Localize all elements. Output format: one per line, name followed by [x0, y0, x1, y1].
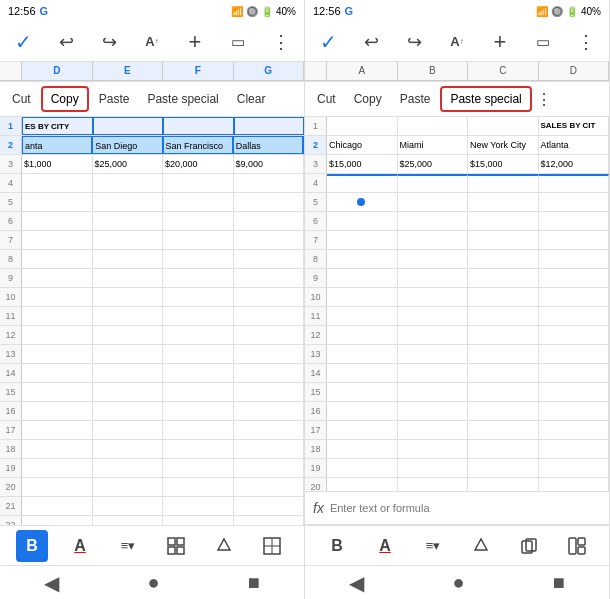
table-row: 12: [0, 326, 304, 345]
align-button-right[interactable]: ≡▾: [417, 530, 449, 562]
cell-D2-right[interactable]: Atlanta: [539, 136, 610, 154]
cell-B3-right[interactable]: $25,000: [398, 155, 469, 173]
paste-button-left[interactable]: Paste: [91, 88, 138, 110]
cell-E1[interactable]: [93, 117, 164, 135]
cell-D2[interactable]: anta: [22, 136, 92, 154]
bold-button-left[interactable]: B: [16, 530, 48, 562]
table-row: 19: [0, 459, 304, 478]
cut-button-right[interactable]: Cut: [309, 88, 344, 110]
copy-format-button-right[interactable]: [513, 530, 545, 562]
cell-A1-right[interactable]: [327, 117, 398, 135]
status-left-right: 12:56 G: [313, 5, 353, 17]
signal-icon-right: 📶: [536, 6, 548, 17]
table-row: 17: [0, 421, 304, 440]
bold-button-right[interactable]: B: [321, 530, 353, 562]
more-format-button-right[interactable]: [561, 530, 593, 562]
undo-button-left[interactable]: ↩: [51, 27, 81, 57]
svg-rect-3: [177, 547, 184, 554]
right-screen: 12:56 G 📶 🔘 🔋 40% ✓ ↩ ↪ A↑ + ▭ ⋮ A B C D: [305, 0, 610, 599]
fill-button-right[interactable]: [465, 530, 497, 562]
check-button-right[interactable]: ✓: [313, 27, 343, 57]
paste-special-button-right[interactable]: Paste special: [440, 86, 531, 112]
recent-button-right[interactable]: ■: [553, 571, 565, 594]
cell-B1-right[interactable]: [398, 117, 469, 135]
bottom-toolbar-left: B A ≡▾: [0, 525, 304, 565]
wifi-icon-left: 🔘: [246, 6, 258, 17]
cell-G1[interactable]: [234, 117, 305, 135]
col-header-B[interactable]: B: [398, 62, 469, 80]
cell-D1[interactable]: ES BY CITY: [22, 117, 93, 135]
cell-D1-right[interactable]: SALES BY CIT: [539, 117, 610, 135]
add-button-left[interactable]: +: [180, 27, 210, 57]
col-header-F[interactable]: F: [163, 62, 234, 80]
col-header-E[interactable]: E: [93, 62, 164, 80]
row-num-3-right: 3: [305, 155, 327, 173]
font-color-button-left[interactable]: A: [64, 530, 96, 562]
recent-button-left[interactable]: ■: [248, 571, 260, 594]
cell-C1-right[interactable]: [468, 117, 539, 135]
merge-button-left[interactable]: [160, 530, 192, 562]
cell-E3[interactable]: $25,000: [93, 155, 164, 173]
table-row: 11: [305, 307, 609, 326]
table-row: 13: [305, 345, 609, 364]
col-header-A[interactable]: A: [327, 62, 398, 80]
cell-C2-right[interactable]: New York City: [468, 136, 539, 154]
col-header-D[interactable]: D: [22, 62, 93, 80]
cell-D3[interactable]: $1,000: [22, 155, 93, 173]
formula-input[interactable]: [330, 502, 601, 514]
cell-G3[interactable]: $9,000: [234, 155, 305, 173]
cell-A3-right[interactable]: $15,000: [327, 155, 398, 173]
font-color-button-right[interactable]: A: [369, 530, 401, 562]
back-button-left[interactable]: ◀: [44, 571, 59, 595]
cell-B2-right[interactable]: Miami: [398, 136, 469, 154]
cell-D3-right[interactable]: $12,000: [539, 155, 610, 173]
battery-pct-left: 40%: [276, 6, 296, 17]
cell-F3[interactable]: $20,000: [163, 155, 234, 173]
copy-button-left[interactable]: Copy: [41, 86, 89, 112]
cell-F1[interactable]: [163, 117, 234, 135]
svg-marker-8: [475, 539, 487, 550]
col-header-G[interactable]: G: [234, 62, 305, 80]
table-row: 18: [305, 440, 609, 459]
check-button-left[interactable]: ✓: [8, 27, 38, 57]
add-button-right[interactable]: +: [485, 27, 515, 57]
nav-bar-left: ◀ ● ■: [0, 565, 304, 599]
back-button-right[interactable]: ◀: [349, 571, 364, 595]
cut-button-left[interactable]: Cut: [4, 88, 39, 110]
cell-F2[interactable]: San Francisco: [163, 136, 233, 154]
table-row: 20: [0, 478, 304, 497]
table-row: 4: [0, 174, 304, 193]
table-row: 20: [305, 478, 609, 491]
more-button-left[interactable]: ⋮: [266, 27, 296, 57]
paste-special-button-left[interactable]: Paste special: [139, 88, 226, 110]
svg-rect-0: [168, 538, 175, 545]
col-header-C[interactable]: C: [468, 62, 539, 80]
copy-button-right[interactable]: Copy: [346, 88, 390, 110]
cell-A2-right[interactable]: Chicago: [327, 136, 398, 154]
table-row: 2 anta San Diego San Francisco Dallas: [0, 136, 304, 155]
clear-button-left[interactable]: Clear: [229, 88, 274, 110]
col-header-D-right[interactable]: D: [539, 62, 610, 80]
home-button-right[interactable]: ●: [452, 571, 464, 594]
cell-C3-right[interactable]: $15,000: [468, 155, 539, 173]
more-menu-button-right[interactable]: ⋮: [536, 90, 552, 109]
row-num-header-right: [305, 62, 327, 80]
spreadsheet-left: D E F G Cut Copy Paste Paste special Cle…: [0, 62, 304, 525]
align-button-left[interactable]: ≡▾: [112, 530, 144, 562]
text-format-button-right[interactable]: A↑: [442, 27, 472, 57]
undo-button-right[interactable]: ↩: [356, 27, 386, 57]
home-button-left[interactable]: ●: [147, 571, 159, 594]
status-right-right: 📶 🔘 🔋 40%: [536, 6, 601, 17]
comment-button-left[interactable]: ▭: [223, 27, 253, 57]
cell-G2[interactable]: Dallas: [233, 136, 304, 154]
paste-button-right[interactable]: Paste: [392, 88, 439, 110]
text-format-button-left[interactable]: A↑: [137, 27, 167, 57]
redo-button-left[interactable]: ↪: [94, 27, 124, 57]
cell-E2[interactable]: San Diego: [92, 136, 162, 154]
redo-button-right[interactable]: ↪: [399, 27, 429, 57]
fill-color-button-left[interactable]: [208, 530, 240, 562]
table-row: 15: [305, 383, 609, 402]
comment-button-right[interactable]: ▭: [528, 27, 558, 57]
more-button-right[interactable]: ⋮: [571, 27, 601, 57]
borders-button-left[interactable]: [256, 530, 288, 562]
